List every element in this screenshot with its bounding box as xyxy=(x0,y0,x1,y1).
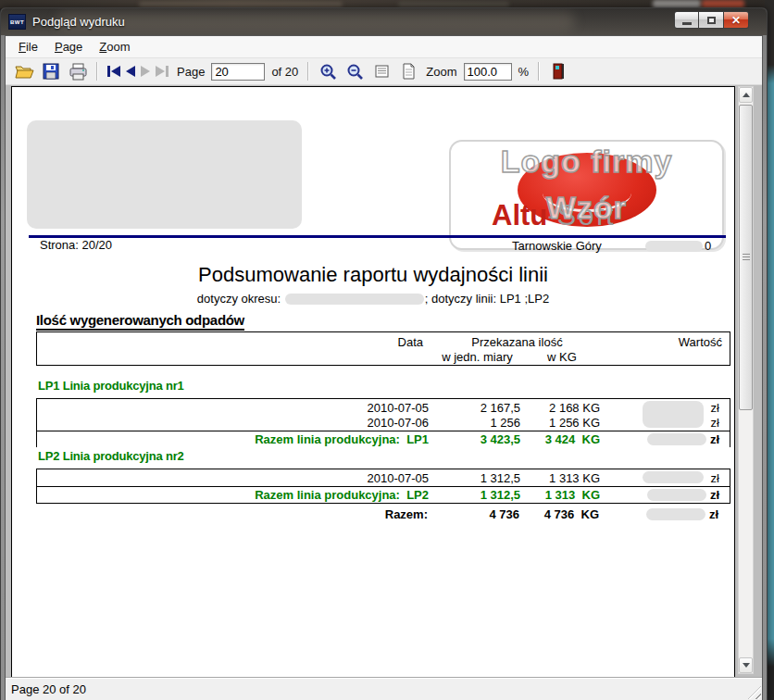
report-title: Podsumowanie raportu wydajności linii xyxy=(12,263,734,287)
table-row: 2010-07-05 2 167,5 2 168 KG zł xyxy=(37,400,730,415)
table-row: 2010-07-06 1 256 1 256 KG zł xyxy=(37,415,730,430)
row-qty: 1 256 xyxy=(432,416,522,430)
city-label: Tarnowskie Góry xyxy=(512,239,602,253)
section-heading: Ilość wygenerowanych odpadów xyxy=(36,312,244,331)
col-header-przekazana: Przekazana ilość xyxy=(432,335,602,349)
currency-label: zł xyxy=(711,401,719,415)
status-bar: Page 20 of 20 xyxy=(6,677,762,700)
col-header-wartosc: Wartość xyxy=(602,335,731,349)
page-width-view-button[interactable] xyxy=(370,61,393,81)
print-preview-window: BWT Podgląd wydruku ✕ File Page Zoom xyxy=(0,7,768,700)
redacted-phone xyxy=(645,241,703,252)
total-label: Razem linia produkcyjna: LP1 xyxy=(37,432,432,446)
col-header-data: Data xyxy=(37,335,432,349)
table-header: Data Przekazana ilość Wartość w jedn. mi… xyxy=(36,331,730,366)
zoom-value-input[interactable] xyxy=(464,63,512,81)
currency-label: zł xyxy=(711,416,719,430)
status-text: Page 20 of 20 xyxy=(11,682,86,696)
total-qty: 1 312,5 xyxy=(432,488,522,502)
maximize-icon xyxy=(707,17,716,24)
currency-label: zł xyxy=(710,432,719,446)
app-icon-label: BWT xyxy=(10,19,24,25)
grand-total-kg: 4 736 KG xyxy=(521,507,601,521)
report-page: Altu-Soft Logo firmy Wzór Strona: 20/20 … xyxy=(11,86,735,677)
redacted-value-grand-total xyxy=(646,508,705,520)
table-row: 2010-07-05 1 312,5 1 313 KG zł xyxy=(37,470,730,485)
page-navigation xyxy=(107,66,169,77)
scroll-up-button[interactable] xyxy=(739,87,753,103)
zoom-label: Zoom xyxy=(426,65,456,79)
resize-grip[interactable] xyxy=(748,686,761,699)
header-rule xyxy=(29,235,726,238)
scroll-down-button[interactable] xyxy=(739,657,753,673)
row-date: 2010-07-05 xyxy=(37,401,432,415)
arrow-up-icon xyxy=(743,93,750,97)
print-button[interactable] xyxy=(67,61,89,81)
toolbar: Page of 20 xyxy=(6,58,762,85)
exit-button[interactable] xyxy=(547,61,569,81)
menu-zoom[interactable]: Zoom xyxy=(92,38,137,56)
previous-page-icon xyxy=(126,66,135,77)
last-page-button[interactable] xyxy=(156,66,169,77)
subtitle-suffix: ; dotyczy linii: LP1 ;LP2 xyxy=(425,292,549,306)
total-kg: 1 313 KG xyxy=(522,488,602,502)
next-page-button[interactable] xyxy=(141,66,150,77)
maximize-button[interactable] xyxy=(699,11,724,29)
last-page-icon xyxy=(166,66,169,77)
zoom-in-button[interactable] xyxy=(317,61,339,81)
vertical-scrollbar[interactable] xyxy=(738,86,754,674)
zoom-out-icon xyxy=(346,63,364,81)
first-page-icon xyxy=(107,66,110,77)
report-table: Data Przekazana ilość Wartość w jedn. mi… xyxy=(36,331,730,522)
currency-label: zł xyxy=(710,488,719,502)
page-info-label: Strona: 20/20 xyxy=(40,238,112,252)
row-qty: 2 167,5 xyxy=(432,401,522,415)
col-header-jedn-miary: w jedn. miary xyxy=(432,350,522,364)
save-button[interactable] xyxy=(40,61,62,81)
page-label: Page xyxy=(177,65,205,79)
toolbar-separator xyxy=(96,62,98,81)
window-client-area: File Page Zoom xyxy=(5,35,763,700)
percent-label: % xyxy=(518,65,530,79)
zoom-out-button[interactable] xyxy=(343,61,366,81)
menu-page[interactable]: Page xyxy=(47,38,90,56)
row-kg: 1 256 KG xyxy=(522,416,602,430)
close-button[interactable]: ✕ xyxy=(724,11,749,29)
minimize-button[interactable] xyxy=(674,11,699,29)
col-header-kg: w KG xyxy=(522,350,602,364)
row-qty: 1 312,5 xyxy=(432,471,522,485)
titlebar[interactable]: BWT Podgląd wydruku ✕ xyxy=(1,8,767,35)
menu-file[interactable]: File xyxy=(11,38,45,56)
total-qty: 3 423,5 xyxy=(432,432,522,446)
last-page-icon xyxy=(156,66,165,77)
currency-label: zł xyxy=(709,507,718,521)
previous-page-button[interactable] xyxy=(126,66,135,77)
scrollbar-thumb[interactable] xyxy=(739,105,753,410)
redacted-value-total-lp1 xyxy=(647,433,706,445)
grand-total-row: Razem: 4 736 4 736 KG zł xyxy=(36,506,730,522)
redacted-value-total-lp2 xyxy=(647,489,706,501)
toolbar-separator xyxy=(538,62,540,81)
toolbar-separator xyxy=(307,62,309,81)
grand-total-qty: 4 736 xyxy=(431,507,521,521)
whole-page-view-button[interactable] xyxy=(397,61,419,81)
print-icon xyxy=(69,63,88,81)
group-heading-lp2: LP2 Linia produkcyjna nr2 xyxy=(36,449,730,469)
save-icon xyxy=(43,63,59,80)
document-viewport: Altu-Soft Logo firmy Wzór Strona: 20/20 … xyxy=(6,85,762,677)
redacted-address-block xyxy=(27,120,302,229)
page-count-label: of 20 xyxy=(271,65,298,79)
open-file-button[interactable] xyxy=(13,61,35,81)
logo-watermark-line2: Wzór xyxy=(451,184,722,231)
total-label: Razem linia produkcyjna: LP2 xyxy=(37,488,432,502)
minimize-icon xyxy=(682,22,692,25)
logo-watermark-text: Logo firmy Wzór xyxy=(451,138,722,231)
row-date: 2010-07-06 xyxy=(37,416,432,430)
window-title: Podgląd wydruku xyxy=(32,15,125,29)
first-page-button[interactable] xyxy=(107,66,120,77)
page-number-input[interactable] xyxy=(211,63,265,81)
open-file-icon xyxy=(15,63,34,80)
zoom-in-icon xyxy=(319,63,337,81)
group-rows-lp2: 2010-07-05 1 312,5 1 313 KG zł xyxy=(36,469,730,487)
redacted-period xyxy=(285,294,424,305)
